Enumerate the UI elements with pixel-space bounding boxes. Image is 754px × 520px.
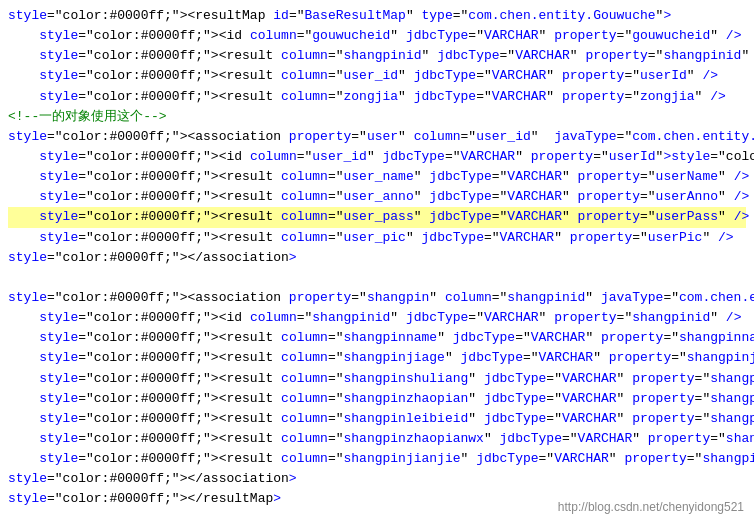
code-line: style="color:#0000ff;"><resultMap id="Ba… xyxy=(8,6,746,26)
code-line: style="color:#0000ff;"><id column="user_… xyxy=(8,147,746,167)
code-container: style="color:#0000ff;"><resultMap id="Ba… xyxy=(0,0,754,520)
code-line: style="color:#0000ff;"><result column="s… xyxy=(8,328,746,348)
code-line: style="color:#0000ff;"><result column="s… xyxy=(8,46,746,66)
code-line: style="color:#0000ff;"><result column="s… xyxy=(8,389,746,409)
watermark: http://blog.csdn.net/chenyidong521 xyxy=(558,500,744,514)
code-line: style="color:#0000ff;"><result column="u… xyxy=(8,228,746,248)
code-line: style="color:#0000ff;"><result column="u… xyxy=(8,167,746,187)
code-line: style="color:#0000ff;"></association> xyxy=(8,248,746,268)
code-line xyxy=(8,268,746,288)
code-line: style="color:#0000ff;"><result column="s… xyxy=(8,449,746,469)
code-line: style="color:#0000ff;"><result column="u… xyxy=(8,187,746,207)
code-line: style="color:#0000ff;"><association prop… xyxy=(8,288,746,308)
code-line: style="color:#0000ff;"></association> xyxy=(8,469,746,489)
code-line: style="color:#0000ff;"><result column="u… xyxy=(8,207,746,227)
code-line: <!--一的对象使用这个--> xyxy=(8,107,746,127)
code-line: style="color:#0000ff;"><association prop… xyxy=(8,127,746,147)
code-line: style="color:#0000ff;"><id column="shang… xyxy=(8,308,746,328)
code-line: style="color:#0000ff;"><result column="u… xyxy=(8,66,746,86)
code-line: style="color:#0000ff;"><id column="gouwu… xyxy=(8,26,746,46)
code-line: style="color:#0000ff;"><result column="s… xyxy=(8,348,746,368)
code-line: style="color:#0000ff;"><result column="s… xyxy=(8,369,746,389)
code-line: style="color:#0000ff;"><result column="z… xyxy=(8,87,746,107)
code-line: style="color:#0000ff;"><result column="s… xyxy=(8,409,746,429)
code-line: style="color:#0000ff;"><result column="s… xyxy=(8,429,746,449)
